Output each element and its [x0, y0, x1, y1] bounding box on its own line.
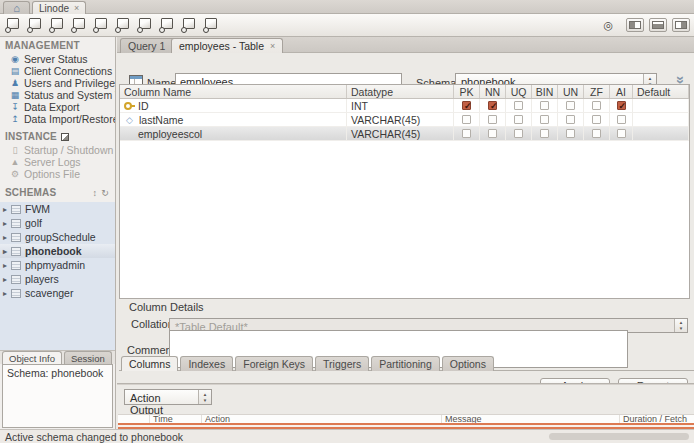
column-name-cell: ID	[138, 99, 149, 112]
schema-icon	[11, 275, 21, 284]
column-name-cell: employeescol	[138, 127, 202, 140]
server-status-icon: ◉	[9, 54, 21, 64]
header-un[interactable]: UN	[558, 85, 584, 98]
schema-item-golf[interactable]: ▸ golf	[0, 216, 115, 230]
table-row[interactable]: ◇lastName VARCHAR(45)	[120, 113, 689, 127]
ai-checkbox[interactable]	[617, 101, 626, 110]
ai-checkbox[interactable]	[617, 129, 626, 138]
expand-arrow-icon[interactable]: ▸	[3, 219, 11, 228]
spinner-icon[interactable]: ▲▼	[198, 390, 211, 404]
output-selector[interactable]: Action Output ▲▼	[124, 389, 212, 405]
default-cell	[633, 99, 689, 112]
schema-item-scavenger[interactable]: ▸ scavenger	[0, 286, 115, 300]
sidebar-item-data-export[interactable]: ↧ Data Export	[0, 101, 115, 113]
toggle-left-sidebar-icon[interactable]	[626, 18, 644, 32]
uq-checkbox[interactable]	[514, 115, 523, 124]
table-row[interactable]: ID INT	[120, 99, 689, 113]
expand-arrow-icon[interactable]: ▸	[3, 233, 11, 242]
uq-checkbox[interactable]	[514, 129, 523, 138]
header-message[interactable]: Message	[442, 415, 620, 423]
un-checkbox[interactable]	[566, 129, 575, 138]
sidebar-item-users-privileges[interactable]: ♟ Users and Privileges	[0, 77, 115, 89]
toggle-right-sidebar-icon[interactable]	[672, 18, 690, 32]
pk-checkbox[interactable]	[462, 101, 471, 110]
sidebar-item-data-import[interactable]: ↥ Data Import/Restore	[0, 113, 115, 125]
new-sql-tab-icon[interactable]	[4, 17, 21, 33]
ai-checkbox[interactable]	[617, 115, 626, 124]
expand-arrow-icon[interactable]: ▸	[3, 261, 11, 270]
schema-item-fwm[interactable]: ▸ FWM	[0, 202, 115, 216]
schema-item-groupschedule[interactable]: ▸ groupSchedule	[0, 230, 115, 244]
home-tab[interactable]: ⌂	[3, 1, 30, 14]
expand-arrow-icon[interactable]: ▸	[3, 275, 11, 284]
tab-foreign-keys[interactable]: Foreign Keys	[235, 356, 313, 371]
expand-arrow-icon[interactable]: ▸	[3, 289, 11, 298]
sidebar-item-status-variables[interactable]: ▦ Status and System Variables	[0, 89, 115, 101]
expand-collapse-icon[interactable]: ↕	[93, 188, 98, 198]
header-time[interactable]: Time	[150, 415, 202, 423]
un-checkbox[interactable]	[566, 115, 575, 124]
nn-checkbox[interactable]	[488, 129, 497, 138]
tab-object-info[interactable]: Object Info	[2, 351, 62, 365]
pk-checkbox[interactable]	[462, 129, 471, 138]
search-table-data-icon[interactable]	[180, 17, 197, 33]
create-table-icon[interactable]	[92, 17, 109, 33]
zf-checkbox[interactable]	[592, 101, 601, 110]
options-file-icon: ⚙	[9, 169, 21, 179]
pk-checkbox[interactable]	[462, 115, 471, 124]
nn-checkbox[interactable]	[488, 115, 497, 124]
header-pk[interactable]: PK	[454, 85, 480, 98]
inspect-database-icon[interactable]	[48, 17, 65, 33]
schema-item-phonebook[interactable]: ▸ phonebook	[0, 244, 115, 258]
header-datatype[interactable]: Datatype	[347, 85, 454, 98]
bin-checkbox[interactable]	[540, 129, 549, 138]
header-zf[interactable]: ZF	[584, 85, 610, 98]
header-ai[interactable]: AI	[610, 85, 633, 98]
expand-arrow-icon[interactable]: ▸	[3, 247, 11, 256]
close-icon[interactable]: ×	[74, 3, 79, 13]
create-function-icon[interactable]	[158, 17, 175, 33]
header-bin[interactable]: BIN	[532, 85, 558, 98]
sidebar-item-client-connections[interactable]: ▤ Client Connections	[0, 65, 115, 77]
header-uq[interactable]: UQ	[506, 85, 532, 98]
tab-options[interactable]: Options	[442, 356, 494, 371]
expand-header-icon[interactable]: »	[675, 76, 687, 84]
header-default[interactable]: Default	[633, 85, 689, 98]
sidebar-item-options-file[interactable]: ⚙ Options File	[0, 168, 115, 180]
tab-session[interactable]: Session	[64, 351, 112, 365]
sidebar-item-startup-shutdown[interactable]: ▯ Startup / Shutdown	[0, 144, 115, 156]
sidebar-item-server-logs[interactable]: ▲ Server Logs	[0, 156, 115, 168]
create-procedure-icon[interactable]	[136, 17, 153, 33]
create-view-icon[interactable]	[114, 17, 131, 33]
sidebar-item-server-status[interactable]: ◉ Server Status	[0, 53, 115, 65]
table-row-selected[interactable]: employeescol VARCHAR(45)	[120, 127, 689, 141]
header-column-name[interactable]: Column Name	[120, 85, 347, 98]
refresh-schemas-icon[interactable]: ↻	[101, 188, 109, 198]
header-nn[interactable]: NN	[480, 85, 506, 98]
tab-employees-table[interactable]: employees - Table ×	[171, 38, 283, 53]
header-duration[interactable]: Duration / Fetch	[620, 415, 694, 423]
close-icon[interactable]: ×	[270, 41, 275, 51]
tab-indexes[interactable]: Indexes	[180, 356, 233, 371]
toggle-bottom-panel-icon[interactable]	[649, 18, 667, 32]
horizontal-scrollbar[interactable]	[549, 433, 689, 440]
create-schema-icon[interactable]	[70, 17, 87, 33]
header-action[interactable]: Action	[202, 415, 442, 423]
schema-item-phpmyadmin[interactable]: ▸ phpmyadmin	[0, 258, 115, 272]
zf-checkbox[interactable]	[592, 115, 601, 124]
un-checkbox[interactable]	[566, 101, 575, 110]
nn-checkbox[interactable]	[488, 101, 497, 110]
bin-checkbox[interactable]	[540, 115, 549, 124]
uq-checkbox[interactable]	[514, 101, 523, 110]
tab-columns[interactable]: Columns	[121, 356, 178, 371]
connection-tab-linode[interactable]: Linode ×	[32, 1, 86, 14]
bin-checkbox[interactable]	[540, 101, 549, 110]
expand-arrow-icon[interactable]: ▸	[3, 205, 11, 214]
zf-checkbox[interactable]	[592, 129, 601, 138]
open-sql-script-icon[interactable]	[26, 17, 43, 33]
tab-partitioning[interactable]: Partitioning	[371, 356, 440, 371]
schema-item-players[interactable]: ▸ players	[0, 272, 115, 286]
tab-triggers[interactable]: Triggers	[315, 356, 369, 371]
reconnect-dbms-icon[interactable]	[202, 17, 219, 33]
users-icon: ♟	[9, 78, 21, 88]
